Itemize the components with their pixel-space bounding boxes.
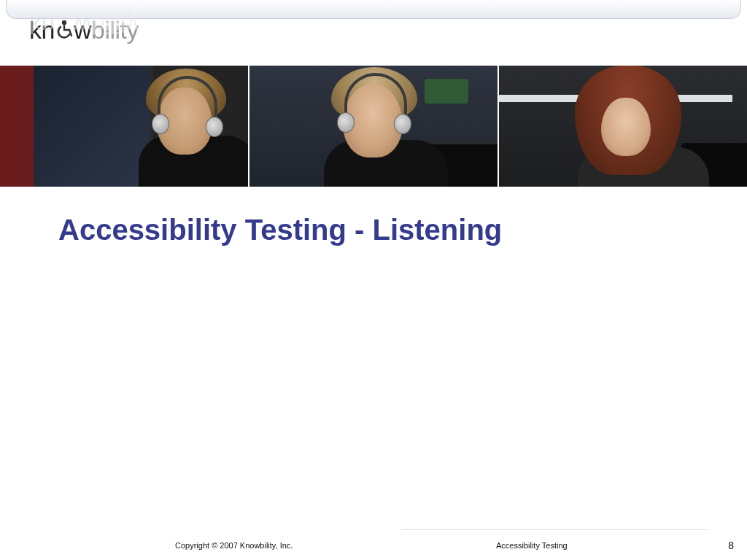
slide-title: Accessibility Testing - Listening (58, 214, 502, 246)
slide-footer: Copyright © 2007 Knowbility, Inc. Access… (0, 529, 747, 551)
footer-divider (401, 529, 708, 530)
logo-text-bility: bility (91, 16, 139, 44)
logo-text-kn: kn (29, 16, 55, 44)
footer-section-label: Accessibility Testing (496, 541, 568, 550)
hero-photo-3 (499, 66, 747, 187)
hero-photo-strip (0, 66, 747, 187)
wheelchair-icon (55, 18, 74, 42)
footer-page-number: 8 (728, 540, 734, 551)
hero-photo-1 (0, 66, 248, 187)
logo-text-w: w (74, 16, 91, 44)
brand-logo: kn w bility (29, 16, 139, 44)
footer-copyright: Copyright © 2007 Knowbility, Inc. (175, 541, 293, 550)
hero-photo-2 (249, 66, 498, 187)
